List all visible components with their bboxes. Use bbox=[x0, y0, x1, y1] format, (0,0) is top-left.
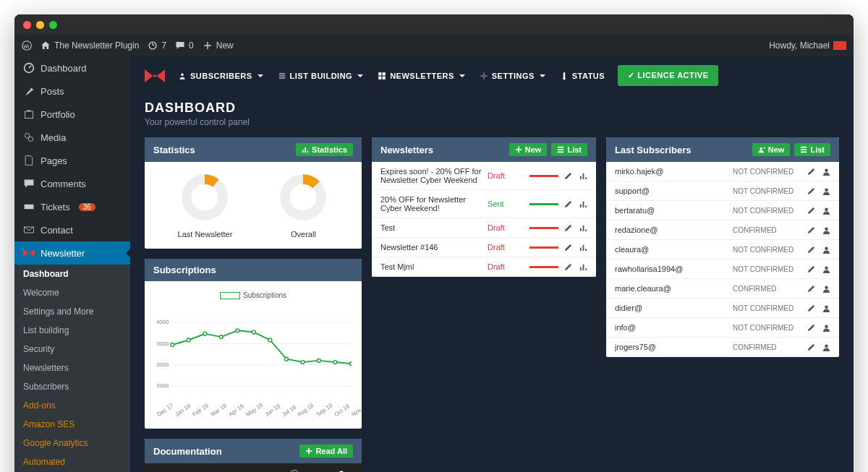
newsletters-panel: Newsletters New List Expires soon! - 20%… bbox=[372, 137, 596, 277]
sidebar-item-dashboard[interactable]: Dashboard bbox=[14, 56, 130, 80]
subscriber-status: NOT CONFIRMED bbox=[733, 324, 801, 332]
nav-listbuilding[interactable]: LIST BUILDING bbox=[278, 72, 365, 80]
edit-icon[interactable] bbox=[807, 187, 815, 195]
stats-icon[interactable] bbox=[579, 244, 587, 252]
nav-subscribers[interactable]: SUBSCRIBERS bbox=[178, 72, 265, 80]
sub-security[interactable]: Security bbox=[14, 340, 130, 359]
sidebar-item-tickets[interactable]: Tickets36 bbox=[14, 195, 130, 218]
sub-settings[interactable]: Settings and More bbox=[14, 302, 130, 321]
stats-icon[interactable] bbox=[579, 224, 587, 232]
svg-rect-10 bbox=[378, 76, 381, 79]
edit-icon[interactable] bbox=[564, 172, 572, 180]
user-icon[interactable] bbox=[822, 187, 830, 195]
newsletter-row: 20% OFF for Newsletter Cyber Weekend! Se… bbox=[372, 190, 596, 218]
edit-icon[interactable] bbox=[807, 265, 815, 273]
nav-newsletters[interactable]: NEWSLETTERS bbox=[378, 72, 467, 80]
new-subscriber-button[interactable]: New bbox=[752, 143, 791, 156]
svg-point-15 bbox=[187, 179, 223, 215]
svg-point-38 bbox=[350, 362, 352, 366]
sub-dashboard[interactable]: Dashboard bbox=[14, 265, 130, 283]
minimize-dot[interactable] bbox=[36, 21, 44, 29]
new-content[interactable]: New bbox=[203, 40, 234, 51]
edit-icon[interactable] bbox=[564, 244, 572, 252]
sidebar-item-contact[interactable]: Contact bbox=[14, 218, 130, 241]
edit-icon[interactable] bbox=[807, 343, 815, 351]
list-subscribers-button[interactable]: List bbox=[794, 143, 830, 156]
edit-icon[interactable] bbox=[564, 224, 572, 232]
wp-logo[interactable] bbox=[22, 40, 32, 51]
stats-icon[interactable] bbox=[579, 263, 587, 271]
maximize-dot[interactable] bbox=[49, 21, 57, 29]
user-icon[interactable] bbox=[822, 246, 830, 254]
newsletter-logo-icon bbox=[23, 247, 35, 259]
watch-later[interactable]: Guarda più tardi bbox=[271, 469, 318, 472]
list-newsletters-button[interactable]: List bbox=[551, 143, 587, 156]
user-icon[interactable] bbox=[822, 207, 830, 215]
sub-addons[interactable]: Add-ons bbox=[14, 396, 130, 415]
share[interactable]: Condividi bbox=[328, 469, 354, 472]
user-icon[interactable] bbox=[822, 265, 830, 273]
subscriber-status: NOT CONFIRMED bbox=[733, 265, 801, 273]
nav-settings[interactable]: SETTINGS bbox=[480, 72, 547, 80]
edit-icon[interactable] bbox=[807, 246, 815, 254]
edit-icon[interactable] bbox=[807, 226, 815, 234]
plus-icon bbox=[203, 40, 213, 51]
comments-count[interactable]: 0 bbox=[175, 40, 194, 51]
subscriptions-panel: Subscriptions Subscriptions 4000 3000 20… bbox=[145, 259, 362, 429]
user-icon[interactable] bbox=[822, 285, 830, 293]
list-icon bbox=[800, 146, 807, 153]
edit-icon[interactable] bbox=[807, 207, 815, 215]
chart-xaxis: Dec 17Jan 18Feb 18Mar 18Apr 18May 18Jun … bbox=[155, 412, 352, 419]
edit-icon[interactable] bbox=[564, 263, 572, 271]
stats-icon[interactable] bbox=[579, 200, 587, 208]
howdy-user[interactable]: Howdy, Michael bbox=[769, 40, 846, 51]
newsletter-status: Draft bbox=[488, 243, 524, 252]
list-icon bbox=[557, 146, 564, 153]
new-newsletter-button[interactable]: New bbox=[509, 143, 548, 156]
sub-subscribers[interactable]: Subscribers bbox=[14, 377, 130, 396]
sidebar-item-pages[interactable]: Pages bbox=[14, 149, 130, 172]
user-icon[interactable] bbox=[822, 304, 830, 312]
user-icon[interactable] bbox=[822, 168, 830, 176]
sub-amazonses[interactable]: Amazon SES bbox=[14, 415, 130, 434]
thermometer-icon bbox=[560, 72, 569, 80]
edit-icon[interactable] bbox=[807, 168, 815, 176]
sub-automated[interactable]: Automated bbox=[14, 452, 130, 471]
svg-text:4000: 4000 bbox=[156, 319, 169, 326]
close-dot[interactable] bbox=[23, 21, 31, 29]
sidebar-item-comments[interactable]: Comments bbox=[14, 172, 130, 195]
sub-ga[interactable]: Google Analytics bbox=[14, 434, 130, 452]
sidebar-item-posts[interactable]: Posts bbox=[14, 80, 130, 103]
sub-listbuilding[interactable]: List building bbox=[14, 321, 130, 340]
subscriber-email: cleaura@ bbox=[615, 245, 727, 254]
subscriber-row: marie.cleaura@ CONFIRMED bbox=[606, 279, 839, 299]
stats-icon[interactable] bbox=[579, 172, 587, 180]
site-name[interactable]: The Newsletter Plugin bbox=[41, 40, 139, 51]
edit-icon[interactable] bbox=[807, 324, 815, 332]
subscriber-status: NOT CONFIRMED bbox=[733, 246, 801, 254]
svg-rect-13 bbox=[563, 72, 565, 77]
sub-welcome[interactable]: Welcome bbox=[14, 283, 130, 302]
user-icon[interactable] bbox=[822, 343, 830, 351]
edit-icon[interactable] bbox=[807, 304, 815, 312]
dashboard-icon bbox=[23, 62, 35, 74]
plus-icon bbox=[305, 447, 312, 455]
license-button[interactable]: ✓ LICENCE ACTIVE bbox=[618, 65, 718, 86]
sidebar-item-media[interactable]: Media bbox=[14, 126, 130, 149]
sidebar-item-portfolio[interactable]: Portfolio bbox=[14, 103, 130, 126]
subscriber-status: CONFIRMED bbox=[733, 343, 801, 351]
statistics-button[interactable]: Statistics bbox=[296, 143, 353, 156]
user-icon[interactable] bbox=[822, 324, 830, 332]
user-icon[interactable] bbox=[822, 226, 830, 234]
sidebar-item-newsletter[interactable]: Newsletter bbox=[14, 241, 130, 265]
updates-count[interactable]: 7 bbox=[148, 40, 166, 51]
panel-title: Newsletters bbox=[380, 145, 433, 155]
svg-point-43 bbox=[825, 207, 828, 211]
readall-button[interactable]: Read All bbox=[299, 445, 353, 458]
panel-title: Documentation bbox=[153, 446, 222, 457]
edit-icon[interactable] bbox=[807, 285, 815, 293]
edit-icon[interactable] bbox=[564, 200, 572, 208]
nav-status[interactable]: STATUS bbox=[560, 72, 605, 80]
sub-newsletters[interactable]: Newsletters bbox=[14, 359, 130, 377]
video-embed[interactable]: 2. First Newsletter | ... Guarda più tar… bbox=[145, 463, 362, 472]
